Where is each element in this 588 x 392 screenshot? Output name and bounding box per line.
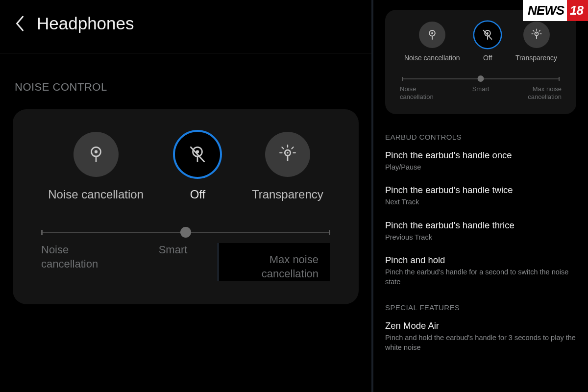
svg-point-13 [431, 32, 433, 34]
off-icon [175, 132, 220, 177]
off-icon [474, 22, 501, 48]
mode-label: Off [190, 188, 206, 201]
transparency-icon [265, 132, 310, 177]
mode-noise-cancellation[interactable]: Noise cancellation [48, 132, 144, 201]
mode-off-sm[interactable]: Off [474, 22, 501, 62]
svg-point-18 [536, 33, 537, 34]
svg-point-6 [287, 152, 288, 153]
svg-line-21 [539, 30, 540, 31]
svg-line-20 [533, 30, 534, 31]
slider-label-center: Smart [454, 85, 508, 101]
section-label-noise-control: NOISE CONTROL [0, 53, 371, 109]
transparency-icon [523, 22, 550, 48]
item-title: Pinch the earbud's handle twice [385, 185, 576, 196]
item-subtitle: Play/Pause [385, 163, 576, 172]
mode-label: Noise cancellation [48, 188, 144, 201]
item-title: Pinch the earbud's handle thrice [385, 220, 576, 231]
svg-line-9 [292, 147, 293, 148]
slider-track [41, 232, 330, 233]
mode-row-small: Noise cancellation Off Transparency [397, 22, 564, 62]
mode-label: Transparency [515, 54, 557, 62]
mode-off[interactable]: Off [175, 132, 220, 201]
control-pinch-thrice[interactable]: Pinch the earbud's handle thrice Previou… [385, 220, 576, 243]
item-subtitle: Next Track [385, 197, 576, 207]
control-pinch-once[interactable]: Pinch the earbud's handle once Play/Paus… [385, 150, 576, 172]
logo-text-news: NEWS [523, 0, 567, 21]
item-title: Pinch the earbud's handle once [385, 150, 576, 161]
slider-labels: Noise cancellation Smart Max noise cance… [400, 85, 562, 101]
noise-cancellation-icon [74, 132, 119, 177]
section-label-earbud-controls: EARBUD CONTROLS [385, 133, 576, 141]
svg-point-1 [94, 150, 97, 153]
item-subtitle: Pinch the earbud's handle for a second t… [385, 268, 576, 287]
slider-thumb[interactable] [478, 75, 484, 82]
item-title: Pinch and hold [385, 255, 576, 266]
noise-cancellation-icon [419, 22, 445, 48]
slider-label-left: Noise cancellation [41, 243, 129, 281]
mode-transparency[interactable]: Transparency [252, 132, 323, 201]
noise-control-card-small: Noise cancellation Off Transparency [385, 10, 576, 114]
page-title: Headphones [37, 14, 134, 33]
left-panel: Headphones NOISE CONTROL Noise cancellat… [0, 0, 371, 392]
slider-label-right: Max noise cancellation [217, 243, 330, 281]
control-pinch-twice[interactable]: Pinch the earbud's handle twice Next Tra… [385, 185, 576, 207]
news18-logo: NEWS 18 [523, 0, 588, 21]
item-subtitle: Pinch and hold the earbud's handle for 3… [385, 333, 576, 352]
control-pinch-hold[interactable]: Pinch and hold Pinch the earbud's handle… [385, 255, 576, 287]
mode-label: Off [483, 54, 492, 62]
mode-row: Noise cancellation Off [32, 132, 339, 201]
item-subtitle: Previous Track [385, 233, 576, 243]
slider-thumb[interactable] [180, 227, 191, 238]
mode-label: Transparency [252, 188, 323, 201]
feature-zen-mode-air[interactable]: Zen Mode Air Pinch and hold the earbud's… [385, 320, 576, 352]
right-panel: Noise cancellation Off Transparency [371, 0, 588, 392]
mode-noise-cancellation-sm[interactable]: Noise cancellation [404, 22, 460, 62]
slider-track [402, 78, 560, 79]
slider-labels: Noise cancellation Smart Max noise cance… [41, 243, 330, 281]
header: Headphones [0, 0, 371, 53]
item-title: Zen Mode Air [385, 320, 576, 331]
mode-label: Noise cancellation [404, 54, 460, 62]
noise-slider-sm[interactable]: Noise cancellation Smart Max noise cance… [397, 78, 564, 101]
mode-transparency-sm[interactable]: Transparency [515, 22, 557, 62]
noise-control-card: Noise cancellation Off [13, 109, 359, 304]
slider-label-left: Noise cancellation [400, 85, 454, 101]
back-icon[interactable] [15, 15, 25, 32]
svg-line-8 [282, 147, 283, 148]
section-label-special-features: SPECIAL FEATURES [385, 303, 576, 312]
logo-text-18: 18 [567, 0, 588, 21]
noise-slider[interactable]: Noise cancellation Smart Max noise cance… [32, 232, 339, 281]
slider-label-right: Max noise cancellation [508, 85, 562, 101]
slider-label-center: Smart [129, 243, 217, 281]
